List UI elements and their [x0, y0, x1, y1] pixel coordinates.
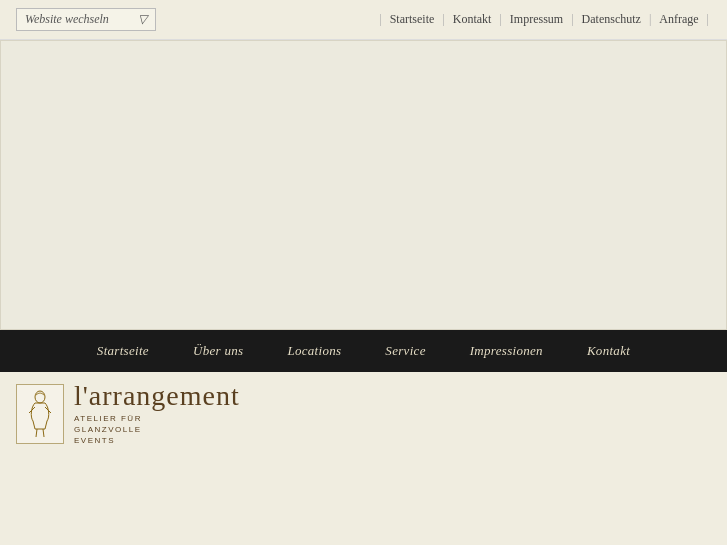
top-nav-impressum[interactable]: Impressum — [504, 12, 569, 27]
top-nav-anfrage[interactable]: Anfrage — [653, 12, 704, 27]
logo-area: l'arrangement ATELIER FÜR GLANZVOLLE EVE… — [0, 372, 727, 457]
logo-script-text: l'arrangement — [74, 382, 240, 410]
separator-5: | — [649, 12, 651, 27]
logo-line3: EVENTS — [74, 436, 115, 445]
nav-ueber-uns[interactable]: Über uns — [171, 331, 265, 371]
nav-impressionen[interactable]: Impressionen — [448, 331, 565, 371]
chevron-down-icon: ▽ — [138, 12, 147, 27]
top-bar: Website wechseln ▽ | Startseite | Kontak… — [0, 0, 727, 40]
nav-startseite[interactable]: Startseite — [75, 331, 171, 371]
logo-text: l'arrangement ATELIER FÜR GLANZVOLLE EVE… — [74, 382, 240, 447]
top-nav: | Startseite | Kontakt | Impressum | Dat… — [377, 12, 711, 27]
logo-line2: GLANZVOLLE — [74, 425, 141, 434]
separator-1: | — [379, 12, 381, 27]
separator-3: | — [499, 12, 501, 27]
website-switcher[interactable]: Website wechseln ▽ — [16, 8, 156, 31]
separator-6: | — [707, 12, 709, 27]
nav-locations[interactable]: Locations — [265, 331, 363, 371]
top-nav-kontakt[interactable]: Kontakt — [447, 12, 498, 27]
website-switcher-label: Website wechseln — [25, 12, 109, 27]
logo-figure-icon — [21, 389, 59, 439]
nav-service[interactable]: Service — [363, 331, 447, 371]
logo-line1: ATELIER FÜR — [74, 414, 142, 423]
top-nav-startseite[interactable]: Startseite — [384, 12, 441, 27]
logo-emblem — [16, 384, 64, 444]
separator-4: | — [571, 12, 573, 27]
main-content-area — [0, 40, 727, 330]
top-nav-datenschutz[interactable]: Datenschutz — [576, 12, 647, 27]
nav-kontakt[interactable]: Kontakt — [565, 331, 652, 371]
bottom-nav: Startseite Über uns Locations Service Im… — [0, 330, 727, 372]
logo-subtitle: ATELIER FÜR GLANZVOLLE EVENTS — [74, 413, 240, 447]
separator-2: | — [442, 12, 444, 27]
